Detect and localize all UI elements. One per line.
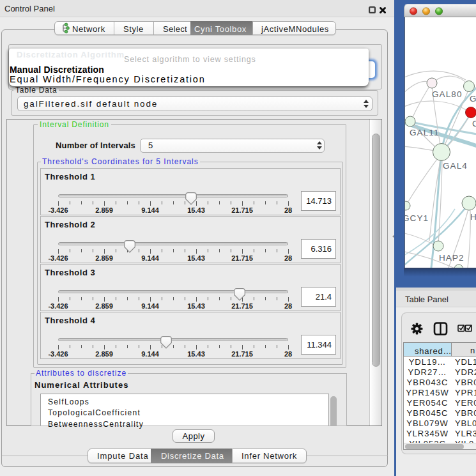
svg-text:C: C: [472, 119, 476, 128]
svg-text:HAP2: HAP2: [439, 253, 464, 263]
svg-text:GCY1: GCY1: [405, 213, 429, 223]
svg-text:GAL4: GAL4: [443, 161, 468, 171]
svg-text:GA: GA: [470, 94, 476, 104]
svg-text:GAL11: GAL11: [410, 128, 440, 137]
svg-text:H: H: [470, 212, 476, 222]
svg-text:GAL80: GAL80: [432, 89, 463, 99]
